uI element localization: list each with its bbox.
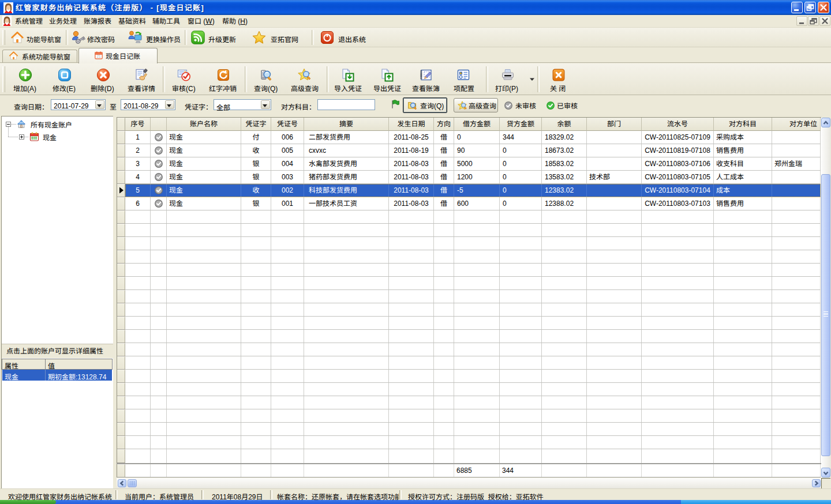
svg-text:21: 21: [96, 54, 101, 58]
